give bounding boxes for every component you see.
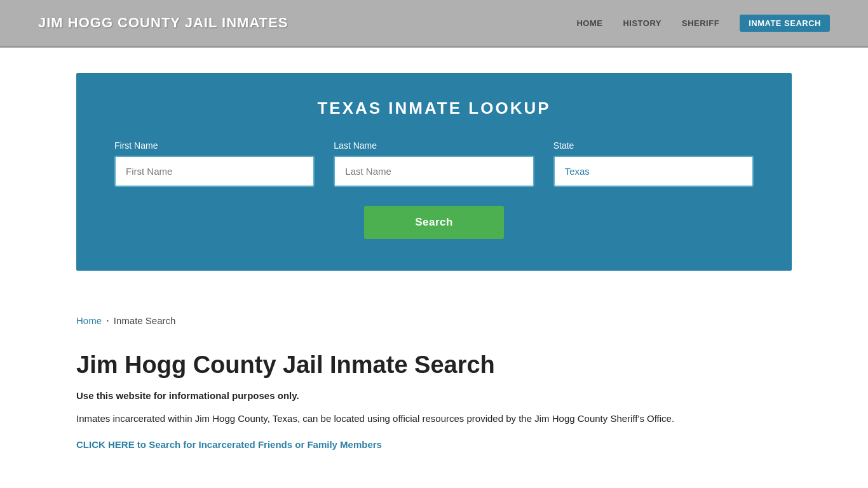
breadcrumb-home[interactable]: Home — [76, 315, 102, 326]
first-name-input[interactable] — [114, 156, 315, 187]
main-nav: HOME HISTORY SHERIFF INMATE SEARCH — [576, 15, 830, 32]
site-title: JIM HOGG COUNTY JAIL INMATES — [38, 15, 288, 31]
main-content: Home • Inmate Search Jim Hogg County Jai… — [0, 296, 868, 488]
lookup-title: TEXAS INMATE LOOKUP — [114, 98, 754, 118]
nav-home[interactable]: HOME — [576, 18, 602, 28]
nav-sheriff[interactable]: SHERIFF — [682, 18, 719, 28]
first-name-label: First Name — [114, 140, 315, 151]
page-heading: Jim Hogg County Jail Inmate Search — [76, 351, 792, 379]
state-group: State — [553, 140, 754, 187]
search-button[interactable]: Search — [364, 206, 504, 239]
last-name-input[interactable] — [334, 156, 534, 187]
state-input[interactable] — [553, 156, 754, 187]
disclaimer-text: Use this website for informational purpo… — [76, 390, 792, 401]
nav-inmate-search[interactable]: INMATE SEARCH — [740, 15, 830, 32]
form-fields-row: First Name Last Name State — [114, 140, 754, 187]
site-header: JIM HOGG COUNTY JAIL INMATES HOME HISTOR… — [0, 0, 868, 48]
lookup-section: TEXAS INMATE LOOKUP First Name Last Name… — [76, 73, 792, 271]
description-text: Inmates incarcerated within Jim Hogg Cou… — [76, 411, 792, 426]
search-btn-row: Search — [114, 206, 754, 239]
last-name-label: Last Name — [334, 140, 534, 151]
breadcrumb: Home • Inmate Search — [76, 315, 792, 326]
state-label: State — [553, 140, 754, 151]
breadcrumb-separator: • — [107, 318, 109, 323]
first-name-group: First Name — [114, 140, 315, 187]
nav-history[interactable]: HISTORY — [623, 18, 661, 28]
cta-link[interactable]: CLICK HERE to Search for Incarcerated Fr… — [76, 439, 382, 450]
last-name-group: Last Name — [334, 140, 534, 187]
breadcrumb-current: Inmate Search — [114, 315, 176, 326]
